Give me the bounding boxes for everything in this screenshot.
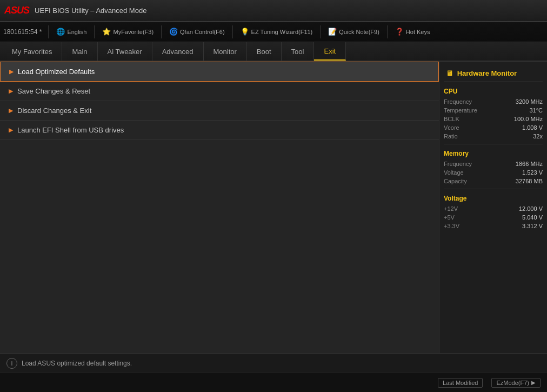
toolbar-language[interactable]: 🌐 English [52,26,91,37]
toolbar-sep5 [320,25,321,38]
toolbar-ez-tuning-label: EZ Tuning Wizard(F11) [251,29,313,35]
hardware-monitor-label: Hardware Monitor [457,69,517,77]
top-bar: ASUS UEFI BIOS Utility – Advanced Mode [0,0,547,22]
memory-section-title: Memory [444,150,543,157]
info-icon: i [6,358,17,369]
hardware-monitor-sidebar: 🖥 Hardware Monitor CPU Frequency 3200 MH… [439,62,547,353]
v5-label: +5V [444,214,455,221]
menu-item-discard-exit-label: Discard Changes & Exit [17,107,91,115]
status-bar: i Load ASUS optimized default settings. [0,353,547,373]
cpu-vcore-row: Vcore 1.008 V [444,124,543,131]
tab-tool[interactable]: Tool [282,42,315,61]
voltage-section-title: Voltage [444,195,543,202]
menu-item-save-reset[interactable]: ▶ Save Changes & Reset [0,82,439,101]
cpu-frequency-row: Frequency 3200 MHz [444,98,543,105]
arrow-icon-2: ▶ [9,88,13,95]
cpu-vcore-value: 1.008 V [522,124,543,131]
toolbar-separator [48,25,49,38]
toolbar-sep2 [94,25,95,38]
hardware-monitor-title: 🖥 Hardware Monitor [444,66,543,82]
menu-item-load-defaults-label: Load Optimized Defaults [18,68,95,76]
toolbar-language-label: English [67,29,86,35]
tab-main[interactable]: Main [62,42,97,61]
cpu-frequency-value: 3200 MHz [516,98,543,105]
cpu-ratio-value: 32x [533,133,543,139]
v12-row: +12V 12.000 V [444,205,543,212]
toolbar-qfan[interactable]: 🌀 Qfan Control(F6) [165,26,229,37]
mem-capacity-label: Capacity [444,178,467,184]
mem-voltage-value: 1.523 V [522,169,543,176]
tab-boot[interactable]: Boot [247,42,282,61]
content-area: ▶ Load Optimized Defaults ▶ Save Changes… [0,62,439,353]
arrow-icon-3: ▶ [9,107,13,114]
fan-icon: 🌀 [169,28,178,36]
toolbar-quick-note[interactable]: 📝 Quick Note(F9) [324,26,384,37]
globe-icon: 🌐 [56,28,65,36]
v33-row: +3.3V 3.312 V [444,223,543,229]
menu-item-discard-exit[interactable]: ▶ Discard Changes & Exit [0,101,439,121]
ez-mode-label: EzMode(F7) [496,380,529,386]
menu-item-load-defaults[interactable]: ▶ Load Optimized Defaults [0,62,439,82]
toolbar-sep6 [387,25,388,38]
mem-voltage-row: Voltage 1.523 V [444,169,543,176]
toolbar-sep4 [232,25,233,38]
toolbar-sep3 [161,25,162,38]
last-modified-label: Last Modified [443,380,478,386]
menu-item-efi-shell-label: Launch EFI Shell from USB drives [17,126,124,134]
cpu-section-title: CPU [444,88,543,95]
cpu-temperature-label: Temperature [444,107,477,114]
menu-item-save-reset-label: Save Changes & Reset [17,87,90,95]
toolbar-hot-keys-label: Hot Keys [406,29,430,35]
help-icon: ❓ [395,28,404,36]
star-icon: ⭐ [102,28,111,36]
toolbar-quick-note-label: Quick Note(F9) [339,29,379,35]
ez-mode-button[interactable]: EzMode(F7) ▶ [491,378,541,388]
cpu-bclk-value: 100.0 MHz [514,116,543,122]
toolbar-qfan-label: Qfan Control(F6) [180,29,225,35]
divider-2 [444,189,543,189]
mem-frequency-label: Frequency [444,161,472,167]
asus-logo: ASUS [4,5,29,16]
cpu-temperature-value: 31°C [529,107,543,114]
monitor-icon: 🖥 [446,69,453,77]
toolbar-hot-keys[interactable]: ❓ Hot Keys [391,26,435,37]
cpu-bclk-row: BCLK 100.0 MHz [444,116,543,122]
cpu-frequency-label: Frequency [444,98,472,105]
tab-ai-tweaker[interactable]: Ai Tweaker [98,42,152,61]
v5-row: +5V 5.040 V [444,214,543,221]
v5-value: 5.040 V [522,214,543,221]
tab-favorites[interactable]: My Favorites [2,42,62,61]
cpu-ratio-label: Ratio [444,133,458,139]
mem-voltage-label: Voltage [444,169,464,176]
tab-advanced[interactable]: Advanced [152,42,204,61]
v33-label: +3.3V [444,223,459,229]
tab-exit[interactable]: Exit [314,42,346,61]
status-message: Load ASUS optimized default settings. [22,360,132,367]
tab-monitor[interactable]: Monitor [204,42,247,61]
v12-value: 12.000 V [519,205,543,212]
toolbar-myfavorite[interactable]: ⭐ MyFavorite(F3) [98,26,158,37]
wizard-icon: 💡 [241,28,249,36]
v33-value: 3.312 V [522,223,543,229]
arrow-right-icon: ▶ [531,380,536,386]
mem-frequency-value: 1866 MHz [516,161,543,167]
mem-capacity-value: 32768 MB [516,178,543,184]
title-text: UEFI BIOS Utility – Advanced Mode [35,6,146,15]
datetime-display: 1801615:54 * [3,28,42,36]
menu-item-efi-shell[interactable]: ▶ Launch EFI Shell from USB drives [0,121,439,140]
v12-label: +12V [444,205,458,212]
bottom-bar: Last Modified EzMode(F7) ▶ [0,373,547,392]
nav-tabs: My Favorites Main Ai Tweaker Advanced Mo… [0,42,547,62]
cpu-temperature-row: Temperature 31°C [444,107,543,114]
cpu-bclk-label: BCLK [444,116,459,122]
last-modified-button[interactable]: Last Modified [438,378,483,388]
cpu-ratio-row: Ratio 32x [444,133,543,139]
mem-frequency-row: Frequency 1866 MHz [444,161,543,167]
arrow-icon-4: ▶ [9,127,13,134]
mem-capacity-row: Capacity 32768 MB [444,178,543,184]
divider-1 [444,144,543,144]
arrow-icon: ▶ [9,68,14,75]
toolbar: 1801615:54 * 🌐 English ⭐ MyFavorite(F3) … [0,22,547,42]
toolbar-ez-tuning[interactable]: 💡 EZ Tuning Wizard(F11) [236,26,317,37]
cpu-vcore-label: Vcore [444,124,459,131]
